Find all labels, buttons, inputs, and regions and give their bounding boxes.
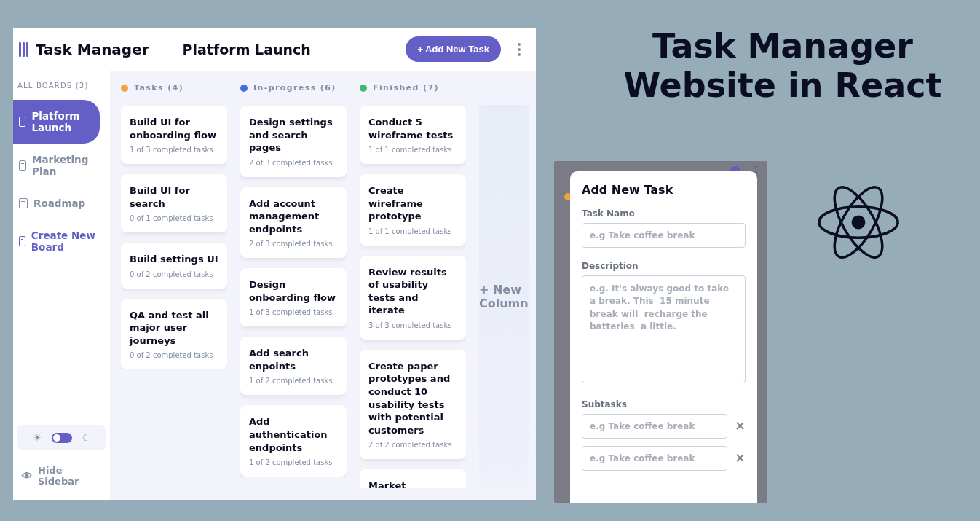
column-header: Finished (7) xyxy=(360,83,466,93)
sidebar-item-label: Create New Board xyxy=(31,230,100,253)
board: Tasks (4)Build UI for onboarding flow1 o… xyxy=(111,71,536,500)
sidebar-board-platform-launch[interactable]: Platform Launch xyxy=(13,100,100,144)
app-header: Task Manager Platform Launch + Add New T… xyxy=(13,28,536,71)
headline-line1: Task Manager xyxy=(590,26,976,66)
task-name-label: Task Name xyxy=(582,208,746,219)
subtask-input-2[interactable] xyxy=(582,446,727,471)
task-card[interactable]: Design onboarding flow1 of 3 completed t… xyxy=(240,268,347,326)
board-menu-kebab-icon[interactable] xyxy=(514,40,524,59)
hide-sidebar-button[interactable]: 👁 Hide Sidebar xyxy=(17,465,106,487)
task-card[interactable]: Add authentication endpoints1 of 2 compl… xyxy=(240,405,347,477)
task-card-title: Create paper prototypes and conduct 10 u… xyxy=(368,360,457,436)
task-card[interactable]: Review results of usability tests and it… xyxy=(360,256,466,340)
task-card-subtitle: 3 of 3 completed tasks xyxy=(368,321,457,329)
subtask-input-1[interactable] xyxy=(582,414,727,439)
subtasks-label: Subtasks xyxy=(582,399,746,410)
task-card[interactable]: Build UI for search0 of 1 completed task… xyxy=(121,174,227,232)
task-card[interactable]: Conduct 5 wireframe tests1 of 1 complete… xyxy=(360,106,466,164)
app-title: Task Manager xyxy=(36,41,149,58)
column-color-dot-icon xyxy=(121,85,128,92)
sidebar-board-roadmap[interactable]: Roadmap xyxy=(13,187,100,219)
task-name-input[interactable] xyxy=(582,223,746,248)
task-card-subtitle: 0 of 1 completed tasks xyxy=(130,214,218,222)
column-color-dot-icon xyxy=(240,85,248,92)
task-card[interactable]: Create wireframe prototype1 of 1 complet… xyxy=(360,174,466,246)
column-color-dot-icon xyxy=(360,85,367,92)
column-header: Tasks (4) xyxy=(121,83,227,93)
task-card[interactable]: Build settings UI0 of 2 completed tasks xyxy=(121,243,227,289)
sidebar-board-marketing-plan[interactable]: Marketing Plan xyxy=(13,144,100,187)
column-label: Tasks (4) xyxy=(134,83,183,93)
task-card[interactable]: Market discovery1 of 1 completed tasks xyxy=(360,469,466,488)
task-card[interactable]: Create paper prototypes and conduct 10 u… xyxy=(360,350,466,459)
task-card-title: Build UI for onboarding flow xyxy=(130,116,218,141)
task-card-title: Build settings UI xyxy=(130,253,218,266)
task-card-title: QA and test all major user journeys xyxy=(130,309,218,348)
column-label: Finished (7) xyxy=(373,83,439,93)
board-icon xyxy=(19,160,26,171)
all-boards-label: ALL BOARDS (3) xyxy=(13,82,110,100)
task-card-title: Add authentication endpoints xyxy=(249,415,338,454)
sidebar-create-new-board[interactable]: Create New Board xyxy=(13,219,100,263)
column-label: In-progress (6) xyxy=(253,83,336,93)
sidebar: ALL BOARDS (3) Platform Launch Marketing… xyxy=(13,71,111,500)
add-new-task-button[interactable]: + Add New Task xyxy=(406,36,501,62)
description-textarea[interactable] xyxy=(582,275,746,383)
sidebar-item-label: Roadmap xyxy=(33,197,85,209)
task-manager-app: Task Manager Platform Launch + Add New T… xyxy=(13,28,536,500)
react-logo-icon xyxy=(814,184,903,261)
description-label: Description xyxy=(582,261,746,271)
board-icon xyxy=(19,198,28,208)
task-card-title: Design settings and search pages xyxy=(249,116,338,154)
add-task-dialog: Add New Task Task Name Description Subta… xyxy=(570,171,757,503)
task-card-title: Conduct 5 wireframe tests xyxy=(368,116,457,141)
task-card-subtitle: 0 of 2 completed tasks xyxy=(130,351,218,359)
page-headline: Task Manager Website in React xyxy=(590,26,976,106)
remove-subtask-icon[interactable]: ✕ xyxy=(735,452,746,465)
column-tasks: Tasks (4)Build UI for onboarding flow1 o… xyxy=(121,83,227,488)
task-card-title: Add account management endpoints xyxy=(249,197,338,236)
eye-slash-icon: 👁 xyxy=(22,470,32,482)
task-card-subtitle: 1 of 2 completed tasks xyxy=(249,458,338,466)
mobile-preview: Add New Task Task Name Description Subta… xyxy=(554,161,767,503)
task-card-subtitle: 2 of 3 completed tasks xyxy=(249,240,338,248)
remove-subtask-icon[interactable]: ✕ xyxy=(735,420,746,433)
task-card[interactable]: Build UI for onboarding flow1 of 3 compl… xyxy=(121,106,227,164)
theme-toggle[interactable]: ☀ ☾ xyxy=(17,425,106,450)
column-finished: Finished (7)Conduct 5 wireframe tests1 o… xyxy=(360,83,466,488)
board-plus-icon xyxy=(19,236,25,246)
task-card-subtitle: 1 of 2 completed tasks xyxy=(249,377,338,385)
task-card-title: Build UI for search xyxy=(130,184,218,210)
logo-icon xyxy=(19,42,28,57)
board-icon xyxy=(19,117,25,127)
headline-line2: Website in React xyxy=(590,66,976,105)
column-header: In-progress (6) xyxy=(240,83,347,93)
task-card-title: Design onboarding flow xyxy=(249,278,338,304)
task-card-subtitle: 1 of 1 completed tasks xyxy=(368,227,457,235)
sidebar-item-label: Marketing Plan xyxy=(32,154,100,177)
current-board-title: Platform Launch xyxy=(183,42,311,58)
task-card-title: Add search enpoints xyxy=(249,347,338,372)
task-card-title: Create wireframe prototype xyxy=(368,184,457,223)
task-card-subtitle: 1 of 3 completed tasks xyxy=(130,146,218,154)
sun-icon: ☀ xyxy=(33,432,42,443)
task-card-subtitle: 2 of 3 completed tasks xyxy=(249,159,338,167)
add-new-column-button[interactable]: + New Column xyxy=(479,105,529,488)
task-card[interactable]: QA and test all major user journeys0 of … xyxy=(121,299,227,370)
sidebar-item-label: Platform Launch xyxy=(31,110,100,133)
hide-sidebar-label: Hide Sidebar xyxy=(38,465,106,487)
moon-icon: ☾ xyxy=(82,433,90,443)
svg-point-3 xyxy=(852,216,866,230)
dialog-title: Add New Task xyxy=(582,183,746,197)
task-card-title: Review results of usability tests and it… xyxy=(368,266,457,317)
task-card[interactable]: Add account management endpoints2 of 3 c… xyxy=(240,187,347,259)
task-card[interactable]: Add search enpoints1 of 2 completed task… xyxy=(240,337,347,395)
column-in-progress: In-progress (6)Design settings and searc… xyxy=(240,83,347,488)
task-card[interactable]: Design settings and search pages2 of 3 c… xyxy=(240,106,347,177)
theme-switch[interactable] xyxy=(52,433,72,443)
task-card-subtitle: 1 of 1 completed tasks xyxy=(368,146,457,154)
task-card-subtitle: 1 of 3 completed tasks xyxy=(249,308,338,316)
task-card-subtitle: 2 of 2 completed tasks xyxy=(368,441,457,449)
task-card-subtitle: 0 of 2 completed tasks xyxy=(130,270,218,278)
task-card-title: Market discovery xyxy=(368,479,457,488)
